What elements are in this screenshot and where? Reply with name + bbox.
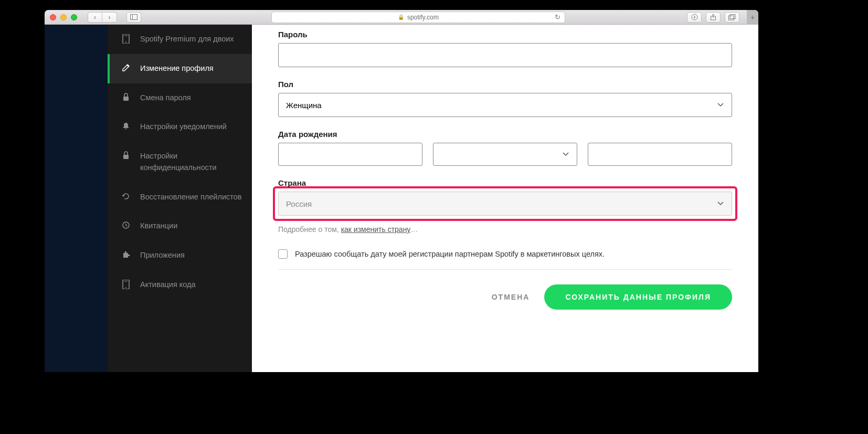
sidebar-item-receipts[interactable]: Квитанции — [108, 211, 252, 241]
sidebar-item-premium-duo[interactable]: Spotify Premium для двоих — [108, 25, 252, 54]
sidebar-item-edit-profile[interactable]: Изменение профиля — [108, 54, 252, 83]
dob-label: Дата рождения — [278, 130, 732, 139]
sidebar-item-change-password[interactable]: Смена пароля — [108, 83, 252, 113]
chevron-down-icon — [717, 101, 724, 110]
password-label: Пароль — [278, 30, 732, 39]
lock-icon — [121, 151, 131, 160]
sidebar-item-label: Изменение профиля — [140, 63, 214, 75]
password-group: Пароль — [278, 30, 732, 67]
svg-rect-10 — [123, 155, 129, 159]
form-actions: ОТМЕНА СОХРАНИТЬ ДАННЫЕ ПРОФИЛЯ — [278, 284, 732, 310]
pencil-icon — [121, 63, 131, 72]
gender-label: Пол — [278, 80, 732, 89]
sidebar-item-label: Приложения — [140, 250, 185, 261]
downloads-button[interactable] — [687, 12, 702, 23]
sidebar-item-label: Восстановление плейлистов — [140, 192, 241, 203]
share-button[interactable] — [706, 12, 721, 23]
sidebar-item-apps[interactable]: Приложения — [108, 241, 252, 270]
country-select[interactable]: Россия — [278, 192, 732, 216]
svg-rect-4 — [729, 16, 734, 20]
sidebar-item-label: Квитанции — [140, 220, 177, 232]
sidebar-item-label: Spotify Premium для двоих — [140, 34, 234, 45]
cancel-button[interactable]: ОТМЕНА — [486, 285, 535, 309]
puzzle-icon — [121, 250, 131, 259]
window-controls — [50, 14, 77, 20]
dob-month-select[interactable] — [433, 143, 577, 166]
forward-button[interactable]: › — [102, 12, 117, 23]
country-group: Страна Россия Подробнее о том, как измен… — [278, 178, 732, 234]
svg-rect-9 — [123, 97, 129, 101]
sidebar-item-label: Настройки конфиденциальности — [140, 151, 242, 174]
dob-day-input[interactable] — [278, 143, 422, 166]
marketing-row: Разрешаю сообщать дату моей регистрации … — [278, 249, 732, 259]
sidebar-item-redeem[interactable]: Активация кода — [108, 270, 252, 300]
sidebar-item-label: Смена пароля — [140, 92, 191, 104]
show-sidebar-button[interactable] — [126, 12, 141, 23]
toolbar-right — [687, 12, 739, 23]
restore-icon — [121, 192, 131, 200]
chevron-down-icon — [717, 199, 724, 208]
browser-window: ‹ › 🔒 spotify.com ↻ + Sp — [45, 10, 758, 372]
back-button[interactable]: ‹ — [88, 12, 102, 23]
chevron-down-icon — [562, 150, 569, 159]
svg-rect-5 — [730, 14, 735, 18]
lock-icon: 🔒 — [398, 14, 404, 20]
main-content: Пароль Пол Женщина Дата рождения — [252, 25, 758, 372]
gender-group: Пол Женщина — [278, 80, 732, 117]
marketing-checkbox[interactable] — [278, 249, 288, 259]
reload-icon[interactable]: ↻ — [555, 13, 560, 21]
country-note: Подробнее о том, как изменить страну… — [278, 225, 732, 234]
page-body: Spotify Premium для двоих Изменение проф… — [45, 25, 758, 372]
svg-point-14 — [125, 287, 126, 288]
svg-point-8 — [125, 41, 126, 43]
nav-buttons: ‹ › — [88, 12, 117, 23]
sidebar: Spotify Premium для двоих Изменение проф… — [108, 25, 252, 372]
marketing-label: Разрешаю сообщать дату моей регистрации … — [295, 250, 605, 258]
close-window-icon[interactable] — [50, 14, 56, 20]
change-country-link[interactable]: как изменить страну — [341, 225, 411, 234]
country-highlight: Россия — [273, 186, 737, 221]
svg-rect-0 — [131, 15, 137, 20]
clock-icon — [121, 221, 131, 229]
gender-value: Женщина — [286, 101, 322, 110]
divider — [278, 269, 732, 270]
new-tab-button[interactable]: + — [747, 10, 758, 25]
sidebar-item-label: Настройки уведомлений — [140, 121, 227, 133]
sidebar-item-notifications[interactable]: Настройки уведомлений — [108, 112, 252, 142]
dob-year-input[interactable] — [588, 143, 732, 166]
card-icon — [121, 280, 131, 289]
device-icon — [121, 34, 131, 44]
minimize-window-icon[interactable] — [60, 14, 67, 20]
sidebar-item-label: Активация кода — [140, 279, 196, 291]
country-value: Россия — [286, 199, 312, 208]
browser-title-bar: ‹ › 🔒 spotify.com ↻ + — [45, 10, 758, 25]
password-input[interactable] — [278, 43, 732, 67]
fullscreen-window-icon[interactable] — [71, 14, 77, 20]
sidebar-item-privacy[interactable]: Настройки конфиденциальности — [108, 142, 252, 183]
sidebar-item-recover-playlists[interactable]: Восстановление плейлистов — [108, 183, 252, 212]
url-bar[interactable]: 🔒 spotify.com ↻ — [271, 12, 565, 23]
url-text: spotify.com — [407, 14, 439, 21]
tabs-button[interactable] — [725, 12, 739, 23]
dob-group: Дата рождения — [278, 130, 732, 166]
lock-icon — [121, 93, 131, 101]
gender-select[interactable]: Женщина — [278, 93, 732, 117]
bell-icon — [121, 122, 131, 130]
save-button[interactable]: СОХРАНИТЬ ДАННЫЕ ПРОФИЛЯ — [544, 284, 732, 310]
